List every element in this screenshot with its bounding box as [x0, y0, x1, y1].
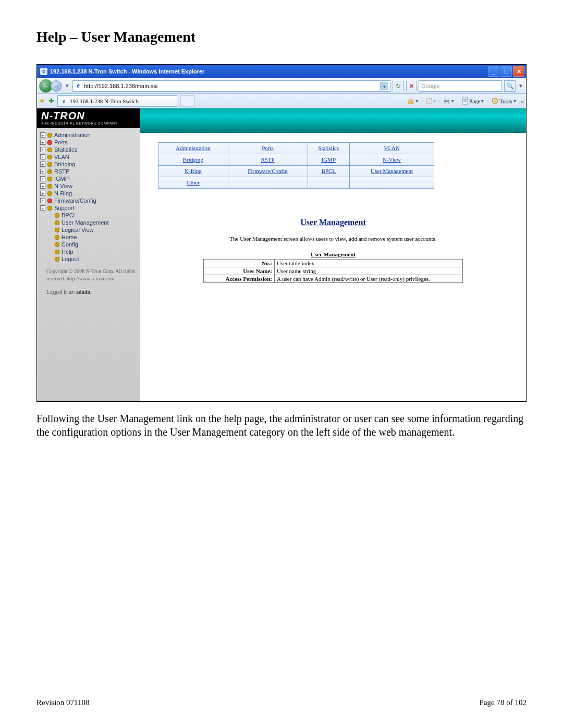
nav-item-firmware-config[interactable]: +Firmware/Config	[40, 197, 138, 204]
nav-item-statistics[interactable]: +Statistics	[40, 146, 138, 153]
address-dropdown[interactable]: ▾	[380, 82, 388, 90]
help-link[interactable]: Administration	[176, 145, 211, 151]
search-dropdown[interactable]: ▾	[518, 82, 524, 89]
help-link[interactable]: Other	[187, 179, 200, 186]
expand-icon[interactable]: +	[40, 183, 45, 189]
expand-icon[interactable]: +	[40, 140, 45, 145]
tab-label: 192.168.1.238 N-Tron Switch	[70, 98, 139, 104]
expand-icon[interactable]: +	[40, 191, 45, 196]
help-link-cell[interactable]: N-Ring	[158, 166, 228, 177]
help-link-cell[interactable]: BPCL	[308, 166, 349, 177]
nav-item-ports[interactable]: +Ports	[40, 139, 138, 146]
tools-menu-label: Tools	[499, 98, 512, 104]
screenshot-window: e 192.168.1.238 N-Tron Switch - Windows …	[36, 64, 527, 402]
nav-item-config[interactable]: +Config	[40, 241, 138, 248]
nav-item-rstp[interactable]: +RSTP	[40, 168, 138, 175]
add-favorite-icon[interactable]: ✚	[48, 97, 54, 105]
favorites-icon[interactable]: ★	[39, 97, 45, 105]
title-bar: e 192.168.1.238 N-Tron Switch - Windows …	[37, 65, 526, 78]
search-button[interactable]: 🔍	[504, 80, 516, 92]
svg-rect-5	[462, 98, 468, 104]
new-tab-button[interactable]	[180, 95, 195, 107]
content-title: User Management	[158, 218, 508, 227]
expand-icon[interactable]: +	[40, 154, 45, 159]
nav-item-label: Statistics	[54, 146, 77, 153]
help-link-cell[interactable]: Firmware/Config	[228, 166, 308, 177]
bullet-icon	[55, 250, 59, 254]
help-link-cell[interactable]: RSTP	[228, 154, 308, 166]
page-menu[interactable]: Page ▾	[462, 97, 484, 105]
expand-icon[interactable]: +	[40, 169, 45, 174]
help-link-cell[interactable]: Ports	[228, 143, 308, 154]
search-box[interactable]: Google	[419, 80, 502, 92]
nav-item-support[interactable]: +Support	[40, 204, 138, 212]
help-link[interactable]: N-Ring	[185, 168, 202, 174]
print-button[interactable]: ▾	[443, 98, 454, 104]
refresh-button[interactable]: ↻	[393, 81, 404, 91]
help-link-cell[interactable]: User Management	[350, 166, 434, 177]
expand-icon[interactable]: +	[40, 205, 45, 211]
help-link-cell[interactable]: Administration	[158, 143, 228, 154]
nav-item-help[interactable]: +Help	[40, 248, 138, 255]
nav-item-bridging[interactable]: +Bridging	[40, 161, 138, 168]
help-link-cell[interactable]: IGMP	[308, 154, 349, 166]
tools-menu[interactable]: Tools ▾	[492, 97, 516, 104]
help-link-cell[interactable]: N-View	[350, 154, 434, 166]
feeds-button[interactable]: ▾	[426, 98, 436, 104]
nav-item-home[interactable]: +Home	[40, 233, 138, 241]
nav-item-vlan[interactable]: +VLAN	[40, 153, 138, 161]
bullet-icon	[55, 242, 59, 247]
help-link[interactable]: RSTP	[261, 156, 274, 163]
nav-item-user-management[interactable]: +User Management	[40, 219, 138, 226]
help-link-cell[interactable]: Statistics	[308, 143, 349, 154]
field-value: User table index	[275, 260, 463, 267]
help-link[interactable]: User Management	[371, 168, 413, 174]
svg-point-1	[426, 102, 428, 103]
expand-icon[interactable]: +	[40, 162, 45, 167]
banner-stripe	[140, 108, 526, 133]
help-link-cell[interactable]: Other	[158, 177, 228, 189]
nav-item-n-ring[interactable]: +N-Ring	[40, 190, 138, 197]
logo-brand: N-TRON	[41, 110, 85, 121]
address-bar[interactable]: e http://192.168.1.238/main.ssi ▾	[72, 80, 390, 92]
nav-item-igmp[interactable]: +IGMP	[40, 175, 138, 182]
help-link[interactable]: BPCL	[322, 168, 336, 174]
nav-item-logout[interactable]: +Logout	[40, 255, 138, 263]
help-link-cell[interactable]: VLAN	[350, 143, 434, 154]
overflow-chevron-icon[interactable]: »	[521, 98, 524, 104]
help-link[interactable]: VLAN	[384, 145, 400, 151]
page-icon: e	[75, 82, 82, 90]
nav-item-n-view[interactable]: +N-View	[40, 182, 138, 190]
nav-item-label: Config	[62, 241, 78, 248]
maximize-button[interactable]: □	[500, 66, 512, 77]
help-link[interactable]: Bridging	[183, 156, 203, 163]
bullet-icon	[55, 213, 59, 218]
logo-tagline: THE INDUSTRIAL NETWORK COMPANY	[41, 121, 136, 125]
help-link[interactable]: N-View	[383, 156, 401, 163]
close-button[interactable]: ✕	[513, 66, 524, 77]
help-link-cell[interactable]: Bridging	[158, 154, 228, 166]
expand-icon[interactable]: +	[40, 147, 45, 152]
bullet-icon	[55, 220, 59, 225]
nav-item-label: N-Ring	[54, 190, 72, 196]
expand-icon[interactable]: +	[40, 176, 45, 181]
help-link[interactable]: IGMP	[322, 156, 336, 163]
history-dropdown[interactable]: ▾	[64, 82, 70, 89]
nav-item-administration[interactable]: +Administration	[40, 131, 138, 139]
expand-icon[interactable]: +	[40, 198, 45, 203]
help-link[interactable]: Firmware/Config	[248, 168, 287, 174]
home-button[interactable]: ▾	[407, 97, 418, 105]
expand-icon[interactable]: +	[40, 132, 45, 138]
field-label: Access Permission:	[204, 275, 275, 283]
bullet-icon	[47, 177, 52, 181]
help-link[interactable]: Statistics	[318, 145, 339, 151]
help-link[interactable]: Ports	[262, 145, 274, 151]
minimize-button[interactable]: _	[488, 66, 499, 77]
forward-button[interactable]: →	[51, 80, 62, 92]
tab-page-icon: e	[60, 97, 68, 105]
nav-item-label: IGMP	[54, 176, 69, 182]
stop-button[interactable]: ✕	[406, 81, 417, 91]
nav-item-bpcl[interactable]: +BPCL	[40, 212, 138, 219]
browser-tab[interactable]: e 192.168.1.238 N-Tron Switch	[57, 95, 177, 107]
nav-item-logical-view[interactable]: +Logical View	[40, 226, 138, 233]
